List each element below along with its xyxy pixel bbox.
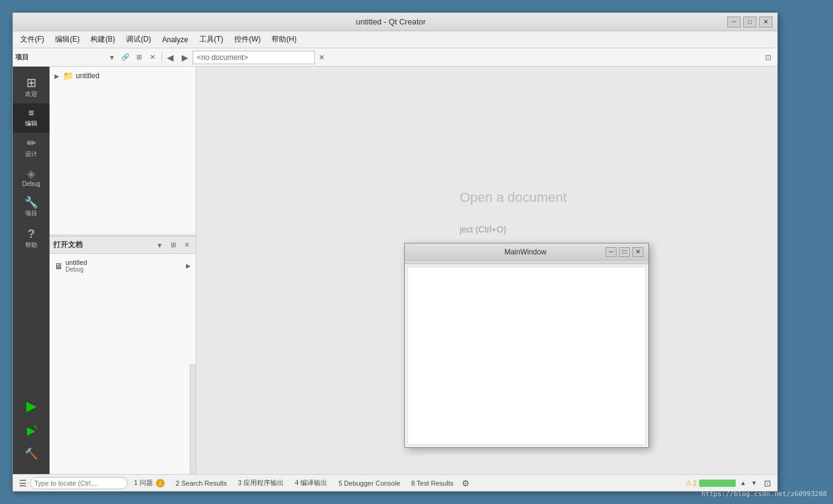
main-window: untitled - Qt Creator ─ □ ✕ 文件(F) 编辑(E) … (12, 12, 778, 492)
project-name-label: untitled (76, 72, 191, 80)
debug-icon: ◈ (27, 168, 35, 179)
sidebar: ⊞ 欢迎 ≡ 编辑 ✏ 设计 ◈ Debug 🔧 项目 ? 帮助 (13, 67, 50, 474)
open-docs-header: 打开文档 ▼ ⊞ ✕ (50, 237, 196, 254)
document-selector[interactable] (193, 51, 315, 64)
editor-area: Open a document ject (Ctrl+O) ) and m an… (196, 67, 777, 474)
project-close-btn[interactable]: ✕ (147, 52, 158, 63)
main-content: ⊞ 欢迎 ≡ 编辑 ✏ 设计 ◈ Debug 🔧 项目 ? 帮助 (13, 67, 777, 474)
status-tab-debugger[interactable]: 5 Debugger Console (333, 478, 405, 488)
project-tree: ▶ 📁 untitled (50, 67, 196, 234)
issues-badge: 2 (156, 479, 165, 487)
open-docs-expand-btn[interactable]: ▼ (154, 240, 165, 251)
project-link-btn[interactable]: 🔗 (120, 52, 131, 63)
device-label: untitled (65, 259, 183, 266)
build-icon: 🔨 (24, 447, 38, 461)
status-tab-test[interactable]: 8 Test Results (406, 478, 458, 488)
sidebar-item-project[interactable]: 🔧 项目 (13, 192, 50, 223)
sidebar-debug-label: Debug (22, 180, 40, 187)
menu-debug[interactable]: 调试(D) (121, 32, 156, 46)
run-button[interactable]: ▶ (24, 395, 38, 418)
run-debug-button[interactable]: ▶✎ (24, 420, 38, 441)
monitor-icon: 🖥 (54, 261, 63, 271)
popup-minimize-btn[interactable]: ─ (605, 247, 616, 257)
minimize-button[interactable]: ─ (727, 17, 741, 28)
sidebar-welcome-label: 欢迎 (25, 90, 37, 98)
popup-resize-bar[interactable] (405, 261, 648, 264)
status-tab-app-output[interactable]: 3 应用程序输出 (233, 477, 289, 489)
sidebar-design-label: 设计 (25, 150, 37, 158)
nav-back-button[interactable]: ◀ (163, 51, 177, 64)
open-docs-panel: 打开文档 ▼ ⊞ ✕ 🖥 untitled Debug ▶ (50, 236, 196, 474)
warning-count: 2 (693, 480, 697, 487)
doc-close-button[interactable]: ✕ (316, 52, 327, 63)
project-expand-btn[interactable]: ⊞ (133, 52, 144, 63)
menu-help[interactable]: 帮助(H) (267, 32, 302, 46)
menu-analyze[interactable]: Analyze (157, 34, 193, 46)
device-sub: Debug (65, 266, 183, 273)
title-bar: untitled - Qt Creator ─ □ ✕ (13, 13, 777, 31)
close-button[interactable]: ✕ (759, 17, 772, 28)
build-button[interactable]: 🔨 (24, 443, 38, 464)
welcome-icon: ⊞ (26, 76, 37, 89)
popup-content (407, 267, 646, 445)
status-bar: ☰ 1 问题 2 2 Search Results 3 应用程序输出 4 编译输… (13, 474, 777, 491)
mainwindow-popup: MainWindow ─ □ ✕ (404, 243, 649, 448)
open-doc-item-untitled[interactable]: 🖥 untitled Debug ▶ (50, 256, 196, 275)
status-down-arrow[interactable]: ▼ (749, 478, 759, 488)
toolbar-expand-button[interactable]: ⊡ (761, 51, 775, 64)
warning-icon: ⚠ (686, 479, 692, 487)
window-title: untitled - Qt Creator (54, 17, 727, 26)
device-expand-icon: ▶ (186, 262, 191, 269)
status-up-arrow[interactable]: ▲ (738, 478, 748, 488)
menu-build[interactable]: 构建(B) (86, 32, 120, 46)
menu-edit[interactable]: 编辑(E) (50, 32, 84, 46)
status-nav-arrows: ▲ ▼ (738, 478, 759, 488)
sidebar-edit-label: 编辑 (25, 119, 37, 128)
status-right-area: ⚠ 2 ▲ ▼ ⊡ (686, 477, 774, 489)
nav-forward-button[interactable]: ▶ (178, 51, 191, 64)
sidebar-item-debug[interactable]: ◈ Debug (13, 163, 50, 192)
popup-maximize-btn[interactable]: □ (619, 247, 630, 257)
project-filter-btn[interactable]: ▼ (106, 52, 117, 63)
status-layout-btn[interactable]: ⊡ (761, 477, 774, 489)
open-docs-add-btn[interactable]: ⊞ (168, 240, 179, 251)
toolbar: 项目 ▼ 🔗 ⊞ ✕ ◀ ▶ ✕ ⊡ (13, 48, 777, 67)
sidebar-item-help[interactable]: ? 帮助 (13, 223, 50, 254)
no-doc-title: Open a document (460, 185, 595, 210)
status-tab-issues[interactable]: 1 问题 2 (129, 477, 169, 489)
edit-icon: ≡ (28, 108, 34, 118)
help-icon: ? (28, 228, 35, 240)
menu-tools[interactable]: 工具(T) (194, 32, 228, 46)
run-icon: ▶ (26, 398, 37, 414)
project-icon: 🔧 (24, 197, 38, 208)
scrollbar[interactable] (190, 364, 196, 474)
open-docs-title: 打开文档 (53, 240, 152, 250)
open-docs-close-btn[interactable]: ✕ (181, 240, 192, 251)
device-info: untitled Debug (65, 259, 183, 273)
project-panel: ▶ 📁 untitled 打开文档 ▼ ⊞ ✕ 🖥 (50, 67, 196, 474)
status-tab-compile[interactable]: 4 编译输出 (290, 477, 332, 489)
menu-file[interactable]: 文件(F) (15, 32, 49, 46)
hint-0: ject (Ctrl+O) (460, 222, 595, 237)
popup-close-btn[interactable]: ✕ (632, 247, 643, 257)
status-tab-search[interactable]: 2 Search Results (171, 478, 232, 488)
sidebar-help-label: 帮助 (25, 241, 37, 250)
sidebar-toggle-button[interactable]: ☰ (17, 477, 29, 489)
warning-indicator: ⚠ 2 (686, 479, 697, 487)
project-panel-header-label: 项目 (15, 53, 104, 62)
sidebar-item-welcome[interactable]: ⊞ 欢迎 (13, 72, 50, 103)
sidebar-item-design[interactable]: ✏ 设计 (13, 133, 50, 163)
tree-item-untitled[interactable]: ▶ 📁 untitled (50, 69, 196, 83)
progress-bar (699, 480, 736, 487)
popup-controls: ─ □ ✕ (604, 247, 643, 257)
folder-icon: 📁 (63, 71, 73, 81)
maximize-button[interactable]: □ (743, 17, 757, 28)
status-settings-btn[interactable]: ⚙ (459, 477, 472, 489)
sidebar-item-edit[interactable]: ≡ 编辑 (13, 103, 50, 133)
locate-input[interactable] (30, 477, 128, 489)
window-controls: ─ □ ✕ (727, 17, 772, 28)
tree-arrow-icon: ▶ (54, 73, 61, 80)
popup-title: MainWindow (446, 248, 604, 256)
menu-controls[interactable]: 控件(W) (229, 32, 265, 46)
run-debug-icon: ▶✎ (27, 424, 35, 437)
